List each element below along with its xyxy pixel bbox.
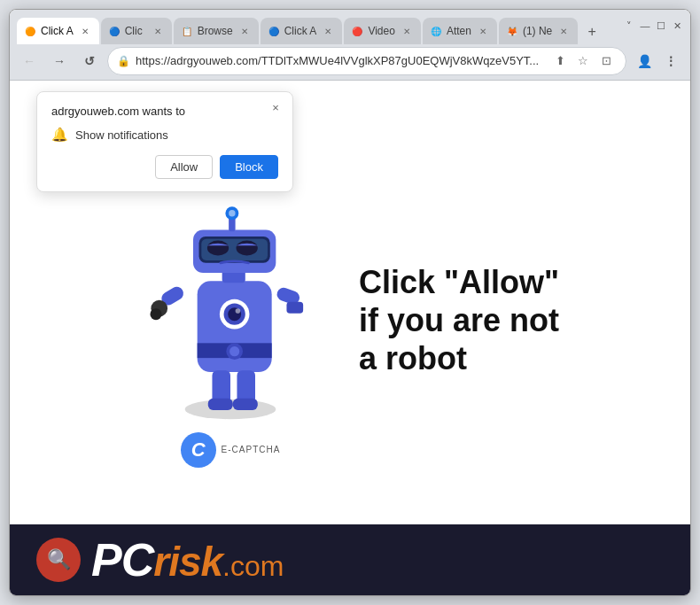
- block-button[interactable]: Block: [220, 155, 278, 179]
- main-text-line1: Click "Allow": [359, 263, 572, 301]
- tab-4-close[interactable]: ✕: [321, 24, 335, 38]
- nav-bar: ← → ↺ 🔒 https://adrgyouweb.com/TTDlTxMWU…: [10, 42, 690, 81]
- tab-3-favicon: 📋: [181, 25, 193, 37]
- svg-rect-26: [233, 398, 258, 409]
- browser-window: 🟠 Click A ✕ 🔵 Clic ✕ 📋 Browse ✕ 🔵 Click …: [9, 9, 691, 596]
- tab-2-title: Clic: [125, 25, 146, 37]
- popup-permission: 🔔 Show notifications: [51, 127, 278, 143]
- tab-2-favicon: 🔵: [108, 25, 121, 37]
- toolbar-right: 👤 ⋮: [632, 49, 683, 74]
- share-icon[interactable]: ⬆: [549, 50, 571, 72]
- pcrisk-footer: 🔍 PC risk .com: [10, 524, 690, 595]
- tab-6[interactable]: 🌐 Atten ✕: [423, 18, 497, 44]
- search-icon: 🔍: [47, 548, 71, 571]
- pcrisk-com: .com: [222, 550, 284, 583]
- notification-popup: × adrgyouweb.com wants to 🔔 Show notific…: [36, 91, 293, 192]
- address-bar[interactable]: 🔒 https://adrgyouweb.com/TTDlTxMWUe4lVVg…: [107, 47, 626, 75]
- click-text-block: Click "Allow" if you are not a robot: [359, 263, 572, 378]
- tab-6-title: Atten: [447, 25, 471, 37]
- tab-3-title: Browse: [198, 25, 233, 37]
- popup-close-button[interactable]: ×: [268, 99, 284, 115]
- svg-point-13: [236, 308, 241, 314]
- tab-7[interactable]: 🦊 (1) Ne ✕: [499, 18, 578, 44]
- pcrisk-pc: PC: [91, 533, 153, 586]
- main-text-line3: a robot: [359, 339, 572, 377]
- tab-7-favicon: 🦊: [506, 25, 518, 37]
- reload-button[interactable]: ↺: [77, 49, 102, 74]
- popup-title: adrgyouweb.com wants to: [51, 105, 278, 118]
- robot-illustration: [142, 174, 319, 422]
- pcrisk-logo-icon: 🔍: [36, 538, 81, 582]
- svg-rect-25: [208, 398, 233, 409]
- lock-icon: 🔒: [117, 55, 130, 67]
- permission-text: Show notifications: [75, 128, 168, 142]
- tab-4-favicon: 🔵: [268, 25, 280, 37]
- captcha-label: C E-CAPTCHA: [181, 432, 281, 468]
- tab-3[interactable]: 📋 Browse ✕: [174, 18, 259, 44]
- tab-1[interactable]: 🟠 Click A ✕: [17, 18, 99, 44]
- tab-5-title: Video: [368, 25, 394, 37]
- url-text: https://adrgyouweb.com/TTDlTxMWUe4lVVglk…: [136, 54, 544, 67]
- tab-7-close[interactable]: ✕: [556, 24, 571, 38]
- main-text-line2: if you are not: [359, 301, 572, 339]
- close-button[interactable]: ✕: [671, 19, 683, 32]
- new-tab-button[interactable]: +: [579, 19, 604, 44]
- menu-button[interactable]: ⋮: [658, 49, 683, 74]
- tab-2[interactable]: 🔵 Clic ✕: [101, 18, 172, 44]
- captcha-text: E-CAPTCHA: [222, 445, 281, 454]
- tab-3-close[interactable]: ✕: [237, 24, 252, 38]
- window-controls: ˅ — ☐ ✕: [623, 19, 683, 32]
- svg-point-18: [207, 240, 229, 255]
- forward-button[interactable]: →: [47, 49, 72, 74]
- tab-1-title: Click A: [41, 25, 74, 37]
- svg-point-22: [229, 210, 235, 216]
- allow-button[interactable]: Allow: [155, 155, 213, 179]
- tab-6-favicon: 🌐: [430, 25, 442, 37]
- robot-container: C E-CAPTCHA: [128, 174, 332, 468]
- tab-5-favicon: 🔴: [351, 25, 363, 37]
- svg-point-19: [237, 240, 258, 255]
- pcrisk-risk: risk: [153, 538, 222, 586]
- popup-buttons: Allow Block: [51, 155, 278, 179]
- tab-1-close[interactable]: ✕: [78, 24, 92, 38]
- svg-point-9: [229, 346, 239, 356]
- svg-rect-5: [286, 301, 303, 313]
- tab-6-close[interactable]: ✕: [476, 24, 490, 38]
- tab-4[interactable]: 🔵 Click A ✕: [261, 18, 343, 44]
- back-button[interactable]: ←: [17, 49, 42, 74]
- svg-point-3: [150, 308, 161, 320]
- address-actions: ⬆ ☆ ⊡: [549, 50, 617, 72]
- tab-5[interactable]: 🔴 Video ✕: [344, 18, 420, 44]
- minimize-button[interactable]: —: [639, 19, 651, 32]
- profile-icon[interactable]: 👤: [632, 49, 657, 74]
- bell-icon: 🔔: [51, 127, 68, 143]
- title-bar: 🟠 Click A ✕ 🔵 Clic ✕ 📋 Browse ✕ 🔵 Click …: [10, 10, 690, 42]
- tab-1-favicon: 🟠: [24, 25, 36, 37]
- main-content: C E-CAPTCHA Click "Allow" if you are not…: [10, 81, 690, 595]
- pcrisk-brand: PC risk .com: [91, 533, 284, 586]
- tab-4-title: Click A: [284, 25, 317, 37]
- bookmark-icon[interactable]: ☆: [572, 50, 594, 72]
- content-area: C E-CAPTCHA Click "Allow" if you are not…: [128, 174, 572, 468]
- tab-group: 🟠 Click A ✕ 🔵 Clic ✕ 📋 Browse ✕ 🔵 Click …: [17, 10, 619, 42]
- maximize-button[interactable]: ☐: [655, 19, 667, 32]
- tab-7-title: (1) Ne: [523, 25, 552, 37]
- tab-5-close[interactable]: ✕: [400, 24, 414, 38]
- captcha-logo: C: [181, 432, 216, 468]
- split-view-icon[interactable]: ⊡: [595, 50, 617, 72]
- chevron-down-icon[interactable]: ˅: [623, 19, 635, 32]
- tab-2-close[interactable]: ✕: [151, 24, 165, 38]
